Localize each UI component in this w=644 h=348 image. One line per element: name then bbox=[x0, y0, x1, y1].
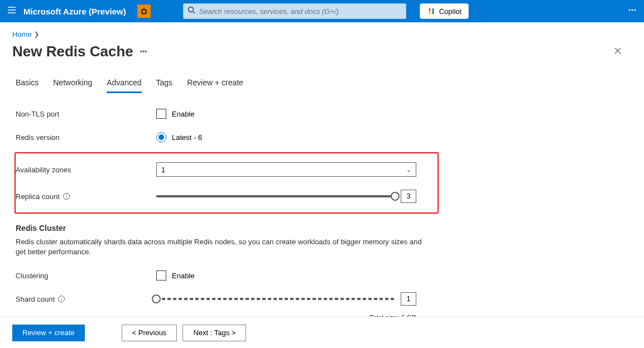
svg-point-4 bbox=[635, 9, 636, 11]
search-input[interactable] bbox=[183, 3, 406, 19]
breadcrumb-home[interactable]: Home bbox=[12, 30, 32, 38]
content-area[interactable]: Basics Networking Advanced Tags Review +… bbox=[0, 67, 644, 317]
title-row: New Redis Cache ••• bbox=[0, 43, 644, 66]
breadcrumb: Home ❯ bbox=[0, 22, 644, 43]
search-wrap bbox=[183, 3, 406, 19]
tab-advanced[interactable]: Advanced bbox=[107, 78, 141, 93]
svg-point-1 bbox=[188, 7, 193, 12]
label-clustering: Clustering bbox=[16, 272, 156, 280]
bug-icon[interactable] bbox=[137, 4, 151, 18]
highlight-annotation: Availability zones 1 ⌄ Replica count i bbox=[15, 152, 439, 214]
availability-zones-value: 1 bbox=[161, 166, 165, 174]
shard-slider[interactable]: 1 bbox=[156, 292, 416, 306]
row-non-tls: Non-TLS port Enable bbox=[16, 105, 628, 122]
shard-slider-thumb[interactable] bbox=[152, 294, 161, 303]
close-icon[interactable] bbox=[614, 47, 622, 57]
shard-value[interactable]: 1 bbox=[401, 292, 416, 306]
label-redis-version: Redis version bbox=[16, 133, 156, 142]
next-button[interactable]: Next : Tags > bbox=[182, 325, 246, 341]
chevron-right-icon: ❯ bbox=[34, 31, 39, 38]
redis-version-value: Latest - 6 bbox=[172, 133, 202, 142]
label-non-tls: Non-TLS port bbox=[16, 110, 156, 118]
review-create-button[interactable]: Review + create bbox=[12, 325, 85, 341]
replica-slider-thumb[interactable] bbox=[391, 192, 400, 201]
label-replica-count: Replica count i bbox=[16, 192, 156, 201]
label-availability-zones: Availability zones bbox=[16, 166, 156, 174]
chevron-down-icon: ⌄ bbox=[406, 166, 411, 173]
tabs: Basics Networking Advanced Tags Review +… bbox=[16, 78, 628, 93]
non-tls-checkbox[interactable] bbox=[156, 109, 166, 119]
tab-networking[interactable]: Networking bbox=[53, 78, 92, 93]
svg-point-3 bbox=[632, 9, 633, 11]
brand-title: Microsoft Azure (Preview) bbox=[23, 7, 126, 16]
non-tls-enable-label: Enable bbox=[172, 110, 194, 118]
copilot-label: Copilot bbox=[439, 7, 462, 16]
redis-version-radio[interactable] bbox=[156, 132, 166, 142]
tab-review[interactable]: Review + create bbox=[187, 78, 243, 93]
page-title: New Redis Cache bbox=[12, 43, 133, 60]
copilot-button[interactable]: Copilot bbox=[420, 3, 469, 19]
top-bar: Microsoft Azure (Preview) Copilot bbox=[0, 0, 644, 22]
row-redis-version: Redis version Latest - 6 bbox=[16, 129, 628, 146]
info-icon[interactable]: i bbox=[63, 193, 70, 200]
row-clustering: Clustering Enable bbox=[16, 267, 628, 284]
section-cluster-desc: Redis cluster automatically shards data … bbox=[16, 237, 429, 257]
previous-button[interactable]: < Previous bbox=[122, 325, 177, 341]
search-icon bbox=[188, 6, 195, 16]
label-shard-count: Shard count i bbox=[16, 295, 156, 303]
clustering-checkbox[interactable] bbox=[156, 270, 166, 281]
footer: Review + create < Previous Next : Tags > bbox=[0, 317, 644, 348]
section-cluster-head: Redis Cluster bbox=[16, 224, 628, 233]
row-replica-count: Replica count i 3 bbox=[16, 188, 430, 205]
tab-tags[interactable]: Tags bbox=[156, 78, 173, 93]
replica-slider[interactable]: 3 bbox=[156, 190, 416, 203]
clustering-enable-label: Enable bbox=[172, 272, 194, 280]
row-shard-count: Shard count i 1 bbox=[16, 291, 628, 307]
availability-zones-dropdown[interactable]: 1 ⌄ bbox=[156, 162, 416, 177]
svg-point-2 bbox=[629, 9, 631, 11]
copilot-icon bbox=[427, 7, 436, 16]
row-availability-zones: Availability zones 1 ⌄ bbox=[16, 161, 430, 178]
more-icon[interactable] bbox=[627, 5, 637, 17]
title-more-icon[interactable]: ••• bbox=[140, 48, 147, 56]
replica-value[interactable]: 3 bbox=[401, 190, 416, 203]
info-icon[interactable]: i bbox=[58, 296, 65, 302]
tab-basics[interactable]: Basics bbox=[16, 78, 39, 93]
hamburger-icon[interactable] bbox=[7, 5, 17, 17]
